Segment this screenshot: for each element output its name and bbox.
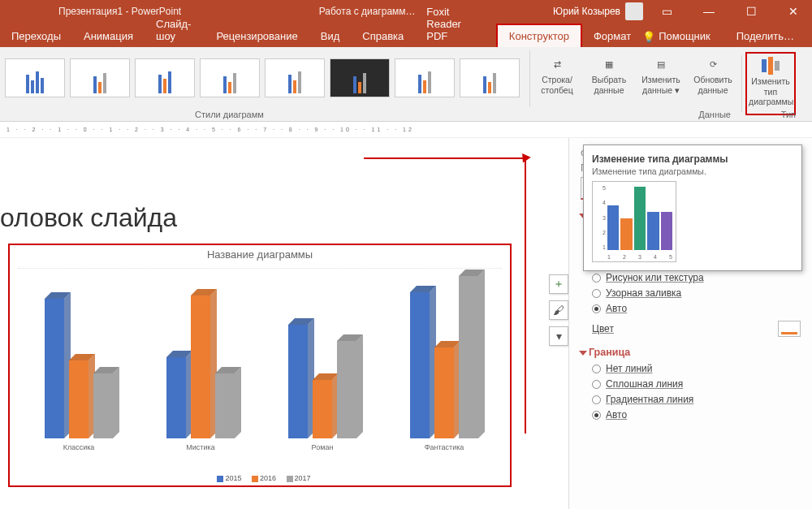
radio-icon xyxy=(592,395,601,404)
radio-option[interactable]: Рисунок или текстура xyxy=(592,272,801,283)
format-pane: Фо Пара ◆ З Нет заливкиСплошная заливкаГ… xyxy=(568,138,812,509)
table-icon: ▤ xyxy=(637,54,685,75)
slide-canvas[interactable]: оловок слайда Название диаграммы Классик… xyxy=(0,138,552,509)
tooltip-title: Изменение типа диаграммы xyxy=(592,153,793,165)
refresh-data-button[interactable]: ⟳ Обновить данные xyxy=(688,52,738,97)
change-chart-type-button[interactable]: Изменить тип диаграммы xyxy=(745,52,796,115)
style-thumb[interactable] xyxy=(70,58,130,97)
chart-object[interactable]: Название диаграммы КлассикаМистикаРоманФ… xyxy=(8,244,512,487)
radio-icon xyxy=(592,289,601,298)
lightbulb-icon: 💡 xyxy=(642,31,654,42)
tab-foxit[interactable]: Foxit Reader PDF xyxy=(415,1,496,47)
switch-row-column-button[interactable]: ⇄ Строка/ столбец xyxy=(532,52,582,97)
chart-styles-gallery[interactable] xyxy=(0,47,528,121)
tab-help[interactable]: Справка xyxy=(351,25,415,47)
style-thumb[interactable] xyxy=(135,58,195,97)
group-label-data: Данные xyxy=(698,110,731,119)
tooltip-chart-preview: 54321 12345 xyxy=(592,181,676,262)
chart-title[interactable]: Название диаграммы xyxy=(10,248,510,261)
select-data-button[interactable]: ▦ Выбрать данные xyxy=(584,52,634,97)
color-picker-button[interactable] xyxy=(778,321,801,337)
chart-cluster: Классика xyxy=(22,299,136,438)
chart-bar[interactable] xyxy=(166,357,186,438)
chart-bar[interactable] xyxy=(434,347,454,438)
chart-bar[interactable] xyxy=(93,373,113,438)
radio-icon xyxy=(592,274,601,283)
radio-option[interactable]: Градиентная линия xyxy=(592,394,801,405)
radio-option[interactable]: Узорная заливка xyxy=(592,287,801,299)
category-label: Фантастика xyxy=(387,443,501,451)
chart-bar[interactable] xyxy=(45,299,64,438)
radio-label: Нет линий xyxy=(606,363,653,374)
radio-label: Сплошная линия xyxy=(606,378,683,390)
radio-icon xyxy=(592,304,601,313)
ribbon-options-button[interactable]: ▭ xyxy=(648,0,685,23)
tab-review[interactable]: Рецензирование xyxy=(205,25,309,47)
chart-styles-button[interactable]: 🖌 xyxy=(549,300,568,320)
annotation-arrow-head xyxy=(518,150,531,162)
chart-plot-area: КлассикаМистикаРоманФантастика xyxy=(18,268,502,453)
workspace: оловок слайда Название диаграммы Классик… xyxy=(0,138,812,509)
category-label: Мистика xyxy=(144,443,257,451)
chart-bar[interactable] xyxy=(288,325,308,438)
ribbon: Стили диаграмм ⇄ Строка/ столбец ▦ Выбра… xyxy=(0,47,812,122)
radio-label: Градиентная линия xyxy=(606,394,693,405)
radio-label: Авто xyxy=(606,303,627,314)
ribbon-tabs: Переходы Анимация Слайд-шоу Рецензирован… xyxy=(0,23,812,47)
chart-bar[interactable] xyxy=(215,373,235,438)
grid-icon: ▦ xyxy=(585,54,633,75)
radio-label: Рисунок или текстура xyxy=(606,272,704,283)
share-button[interactable]: Поделить… xyxy=(725,25,806,47)
chart-cluster: Фантастика xyxy=(387,276,501,438)
chart-bar[interactable] xyxy=(69,360,89,438)
chart-filters-button[interactable]: ▾ xyxy=(549,326,568,346)
tab-transitions[interactable]: Переходы xyxy=(0,25,72,47)
maximize-button[interactable]: ☐ xyxy=(732,0,770,23)
minimize-button[interactable]: — xyxy=(690,0,728,23)
style-thumb[interactable] xyxy=(395,58,455,97)
tell-me-button[interactable]: Помощник xyxy=(657,25,722,47)
radio-label: Авто xyxy=(606,409,627,421)
category-label: Классика xyxy=(22,443,136,451)
tab-format[interactable]: Формат xyxy=(582,25,642,47)
tab-animations[interactable]: Анимация xyxy=(72,25,145,47)
section-border[interactable]: Граница xyxy=(581,347,801,358)
style-thumb[interactable] xyxy=(5,58,65,97)
bar-chart-icon xyxy=(749,55,793,76)
radio-option[interactable]: Авто xyxy=(592,409,801,421)
contextual-tab-label: Работа с диаграмм… xyxy=(181,6,553,17)
slide-title-fragment[interactable]: оловок слайда xyxy=(0,203,177,233)
chart-bar[interactable] xyxy=(313,380,332,438)
edit-data-button[interactable]: ▤ Изменить данные ▾ xyxy=(636,52,686,97)
chart-elements-button[interactable]: ＋ xyxy=(549,274,568,294)
change-chart-type-tooltip: Изменение типа диаграммы Изменение типа … xyxy=(583,145,802,271)
radio-option[interactable]: Сплошная линия xyxy=(592,378,801,390)
legend-swatch-icon xyxy=(217,476,223,482)
chart-bar[interactable] xyxy=(410,292,430,438)
close-button[interactable]: ✕ xyxy=(775,0,812,23)
chart-cluster: Роман xyxy=(266,325,379,438)
tab-view[interactable]: Вид xyxy=(309,25,352,47)
chart-bar[interactable] xyxy=(337,341,356,438)
style-thumb[interactable] xyxy=(265,58,325,97)
radio-icon xyxy=(592,380,601,389)
style-thumb[interactable] xyxy=(330,58,390,97)
radio-label: Узорная заливка xyxy=(606,287,681,299)
legend-swatch-icon xyxy=(252,476,258,482)
color-label: Цвет xyxy=(592,323,614,334)
radio-icon xyxy=(592,364,601,373)
chart-bar[interactable] xyxy=(459,276,478,438)
radio-option[interactable]: Авто xyxy=(592,303,801,314)
style-thumb[interactable] xyxy=(200,58,260,97)
chart-bar[interactable] xyxy=(191,295,210,438)
radio-option[interactable]: Нет линий xyxy=(592,363,801,374)
chart-legend: 2015 2016 2017 xyxy=(10,474,510,482)
legend-swatch-icon xyxy=(287,476,293,482)
user-avatar-icon[interactable] xyxy=(625,2,643,20)
style-thumb[interactable] xyxy=(460,58,520,97)
horizontal-ruler: 1 · · 2 · · 1 · · 0 · · 1 · · 2 · · 3 · … xyxy=(0,122,812,138)
radio-icon xyxy=(592,411,601,420)
user-name: Юрий Козырев xyxy=(553,6,620,17)
tab-slideshow[interactable]: Слайд-шоу xyxy=(145,13,205,47)
tab-chart-design[interactable]: Конструктор xyxy=(496,24,582,47)
